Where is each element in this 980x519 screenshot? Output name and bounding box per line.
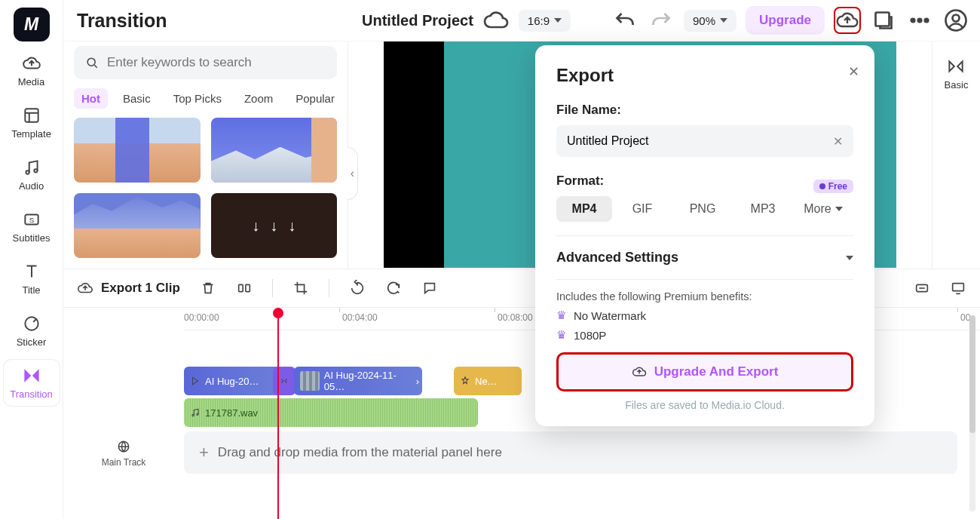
aspect-ratio-value: 16:9 — [528, 14, 550, 27]
chip-top-picks[interactable]: Top Picks — [166, 88, 229, 109]
text-clip[interactable]: Ne… — [454, 367, 522, 395]
top-bar: Transition Untitled Project 16:9 90% Upg… — [63, 0, 980, 41]
transition-thumb[interactable]: ↓↓↓ — [211, 193, 338, 258]
display-button[interactable] — [950, 280, 966, 296]
undo-button[interactable] — [611, 7, 639, 34]
sidebar-item-title[interactable]: Title — [4, 256, 60, 302]
media-dropzone[interactable]: + Drag and drop media from the material … — [184, 431, 957, 474]
sidebar-item-audio[interactable]: Audio — [4, 152, 60, 198]
clear-input-button[interactable]: ✕ — [833, 134, 843, 149]
transition-thumb[interactable] — [74, 118, 201, 183]
tool-button-2[interactable] — [385, 280, 402, 296]
sidebar-item-media[interactable]: Media — [4, 48, 60, 94]
redo-icon — [648, 7, 675, 34]
sidebar-item-transition[interactable]: Transition — [4, 360, 60, 406]
sidebar-item-template[interactable]: Template — [4, 100, 60, 146]
crop-icon — [292, 280, 309, 296]
sidebar-item-label: Sticker — [17, 336, 47, 348]
chip-zoom[interactable]: Zoom — [237, 88, 280, 109]
format-png[interactable]: PNG — [672, 196, 733, 222]
chevron-down-icon — [720, 18, 727, 23]
user-icon — [942, 7, 969, 34]
timeline-scrollbar[interactable] — [969, 315, 975, 511]
transition-clip[interactable] — [273, 367, 296, 395]
sidebar-item-subtitles[interactable]: S Subtitles — [4, 204, 60, 250]
benefit-label: No Watermark — [574, 309, 646, 322]
tool-button-1[interactable] — [349, 280, 366, 296]
clip-label: Ne… — [475, 376, 498, 387]
video-clip[interactable]: AI Hug-20… — [184, 367, 282, 395]
chevron-down-icon — [835, 207, 843, 211]
svg-point-9 — [925, 19, 929, 23]
project-title[interactable]: Untitled Project — [362, 12, 473, 29]
format-tabs: Free MP4 GIF PNG MP3 More — [556, 196, 853, 236]
playhead[interactable] — [277, 308, 279, 519]
zoom-value: 90% — [693, 14, 715, 27]
format-mp4[interactable]: MP4 — [556, 196, 612, 222]
chip-popular[interactable]: Popular — [288, 88, 337, 109]
format-mp3[interactable]: MP3 — [733, 196, 793, 222]
search-input-wrapper[interactable] — [74, 46, 337, 79]
chevron-down-icon — [846, 256, 853, 260]
aspect-ratio-select[interactable]: 16:9 — [519, 10, 571, 32]
export-icon — [835, 8, 859, 32]
zoom-select[interactable]: 90% — [684, 10, 737, 32]
format-gif[interactable]: GIF — [612, 196, 672, 222]
format-more[interactable]: More — [793, 196, 853, 222]
template-icon — [22, 106, 41, 125]
chip-hot[interactable]: Hot — [74, 88, 108, 109]
svg-rect-16 — [953, 284, 964, 291]
advanced-settings-toggle[interactable]: Advanced Settings — [556, 250, 853, 280]
svg-point-11 — [953, 15, 960, 22]
svg-rect-14 — [246, 284, 250, 291]
sidebar-item-sticker[interactable]: Sticker — [4, 308, 60, 354]
file-name-input-wrapper[interactable]: ✕ — [556, 125, 853, 157]
benefit-row: ♛ 1080P — [556, 328, 853, 342]
export-button-label: Upgrade And Export — [654, 364, 779, 379]
export-clip-button[interactable]: Export 1 Clip — [77, 280, 180, 296]
properties-rail: Basic — [932, 41, 980, 269]
more-menu-button[interactable] — [906, 7, 933, 34]
rail-item-basic[interactable]: Basic — [945, 57, 969, 91]
chip-basic[interactable]: Basic — [115, 88, 158, 109]
transition-icon — [946, 57, 966, 76]
benefits-intro: Includes the following Premium benefits: — [556, 290, 853, 302]
arrow-down-icon: ↓ — [288, 217, 296, 235]
search-input[interactable] — [107, 55, 326, 70]
upgrade-and-export-button[interactable]: Upgrade And Export — [556, 352, 853, 392]
cloud-sync-button[interactable] — [482, 7, 510, 34]
music-icon — [22, 158, 41, 177]
crop-button[interactable] — [292, 280, 309, 296]
tool-button-3[interactable] — [421, 280, 438, 296]
panel-collapse-handle[interactable]: ‹ — [348, 147, 358, 200]
export-icon — [77, 280, 93, 296]
svg-rect-6 — [876, 13, 890, 26]
modal-close-button[interactable]: ✕ — [848, 63, 859, 80]
split-button[interactable] — [236, 280, 253, 296]
save-note: Files are saved to Media.io Cloud. — [556, 399, 853, 411]
export-modal: Export ✕ File Name: ✕ Format: Free MP4 G… — [535, 45, 874, 426]
arrow-down-icon: ↓ — [252, 217, 259, 235]
refresh-icon — [385, 280, 402, 296]
account-button[interactable] — [942, 7, 969, 34]
scrollbar-thumb[interactable] — [969, 315, 975, 433]
export-button[interactable] — [834, 7, 861, 34]
fit-button[interactable] — [914, 280, 930, 296]
redo-button[interactable] — [648, 7, 675, 34]
clip-label: 171787.wav — [205, 407, 258, 419]
video-clip[interactable]: AI Hug-2024-11-05… › — [294, 367, 422, 395]
app-logo: M — [14, 8, 50, 41]
delete-button[interactable] — [200, 280, 216, 296]
svg-point-2 — [34, 169, 37, 172]
transition-thumb[interactable] — [211, 118, 338, 183]
upgrade-button[interactable]: Upgrade — [746, 6, 825, 35]
plus-icon: + — [199, 443, 209, 462]
transition-thumb[interactable] — [74, 193, 201, 258]
audio-clip[interactable]: 171787.wav — [184, 398, 478, 427]
rail-item-label: Basic — [945, 79, 969, 91]
file-name-input[interactable] — [567, 134, 833, 148]
time-tick: 00:08:00 — [498, 312, 533, 323]
layers-button[interactable] — [870, 7, 897, 34]
chat-icon — [421, 280, 438, 296]
svg-point-7 — [911, 19, 915, 23]
